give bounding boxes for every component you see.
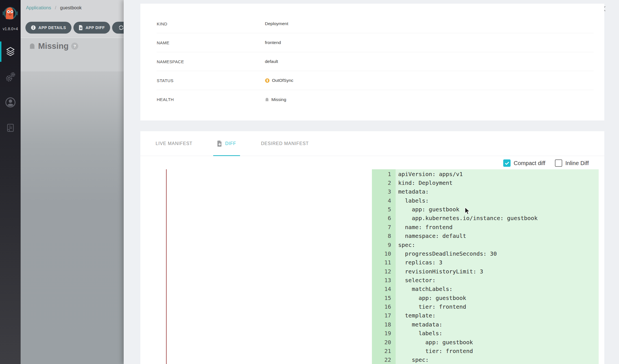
line-text: name: frontend: [396, 224, 453, 231]
line-text: labels:: [396, 330, 443, 337]
line-number: 15: [372, 295, 396, 301]
line-text: namespace: default: [396, 233, 466, 239]
line-number: 1: [372, 171, 396, 177]
checked-checkbox[interactable]: [503, 159, 511, 167]
line-text: apiVersion: apps/v1: [396, 171, 463, 177]
resource-value: Deployment: [265, 21, 288, 26]
diff-line: 10 progressDeadlineSeconds: 30: [372, 249, 599, 258]
line-text: revisionHistoryLimit: 3: [396, 268, 483, 275]
tab-label: DIFF: [225, 141, 236, 146]
sidebar-nav: [0, 41, 21, 143]
app-status-band: Missing ?: [21, 38, 124, 71]
line-number: 22: [372, 356, 396, 363]
line-number: 7: [372, 224, 396, 231]
tab-label: DESIRED MANIFEST: [261, 141, 309, 146]
sidebar-item-settings[interactable]: [0, 67, 21, 87]
app-diff-button[interactable]: APP DIFF: [73, 22, 110, 34]
layers-icon: [5, 46, 16, 57]
line-number: 5: [372, 206, 396, 213]
diff-line: 8 namespace: default: [372, 232, 599, 240]
button-label: APP DIFF: [86, 25, 105, 30]
resource-row-name: NAMEfrontend: [157, 33, 594, 52]
line-text: labels:: [396, 197, 429, 204]
line-text: spec:: [396, 356, 429, 363]
diff-viewer: 1apiVersion: apps/v12kind: Deployment3me…: [140, 169, 599, 364]
line-number: 16: [372, 303, 396, 310]
resource-panel: KINDDeploymentNAMEfrontendNAMESPACEdefau…: [124, 0, 619, 364]
diff-removed-marker: [166, 169, 167, 364]
resource-summary-card: KINDDeploymentNAMEfrontendNAMESPACEdefau…: [140, 4, 604, 120]
diff-options: Compact diffInline Diff: [503, 159, 589, 167]
line-text: replicas: 3: [396, 259, 443, 266]
resource-label: KIND: [157, 21, 265, 26]
diff-line: 21 tier: frontend: [372, 347, 599, 355]
diff-line: 6 app.kubernetes.io/instance: guestbook: [372, 214, 599, 223]
app-health-heading: Missing ?: [29, 41, 78, 51]
line-number: 6: [372, 215, 396, 222]
diff-line: 12 revisionHistoryLimit: 3: [372, 267, 599, 276]
line-text: progressDeadlineSeconds: 30: [396, 250, 497, 257]
line-number: 21: [372, 348, 396, 354]
out-of-sync-icon: [265, 78, 270, 83]
manifest-tabbar: LIVE MANIFESTDIFFDESIRED MANIFEST: [140, 131, 604, 156]
diff-line: 19 labels:: [372, 329, 599, 337]
line-text: spec:: [396, 242, 415, 248]
line-text: template:: [396, 312, 435, 319]
tab-live-manifest[interactable]: LIVE MANIFEST: [152, 131, 196, 156]
ghost-icon: [265, 97, 269, 102]
resource-label: HEALTH: [157, 97, 265, 102]
resource-row-namespace: NAMESPACEdefault: [157, 52, 594, 71]
line-text: app: guestbook: [396, 339, 473, 346]
button-label: APP DETAILS: [38, 25, 66, 30]
argo-octopus-logo: [2, 2, 18, 27]
line-text: selector:: [396, 277, 435, 284]
line-number: 11: [372, 259, 396, 266]
option-inline-diff[interactable]: Inline Diff: [555, 159, 589, 167]
app-toolbar: APP DETAILSAPP DIFF: [25, 22, 124, 34]
resource-row-kind: KINDDeployment: [157, 14, 594, 33]
unchecked-checkbox[interactable]: [555, 159, 562, 167]
resource-value: OutOfSync: [272, 78, 293, 83]
diff-line: 20 app: guestbook: [372, 338, 599, 347]
docs-icon: [5, 122, 16, 133]
diff-line: 2kind: Deployment: [372, 178, 599, 187]
resource-row-health: HEALTHMissing: [157, 90, 594, 109]
top-bar: Applications / guestbook APP DETAILSAPP …: [21, 0, 124, 38]
diff-added-pane: 1apiVersion: apps/v12kind: Deployment3me…: [372, 169, 599, 364]
question-icon[interactable]: ?: [71, 43, 78, 50]
line-number: 10: [372, 250, 396, 257]
line-number: 4: [372, 197, 396, 204]
line-text: matchLabels:: [396, 286, 453, 292]
line-number: 3: [372, 188, 396, 195]
tab-desired-manifest[interactable]: DESIRED MANIFEST: [257, 131, 313, 156]
diff-line: 5 app: guestbook: [372, 205, 599, 214]
diff-line: 17 template:: [372, 311, 599, 320]
sidebar-item-user-info[interactable]: [0, 92, 21, 113]
line-text: kind: Deployment: [396, 179, 453, 186]
diff-line: 16 tier: frontend: [372, 302, 599, 311]
tab-label: LIVE MANIFEST: [156, 141, 192, 146]
line-number: 9: [372, 242, 396, 248]
sync-icon: [118, 25, 124, 30]
diff-line: 4 labels:: [372, 196, 599, 205]
breadcrumb-applications-link[interactable]: Applications: [26, 5, 51, 10]
version-label: v1.8.0+4: [0, 27, 21, 31]
option-label: Inline Diff: [565, 160, 589, 166]
tab-diff[interactable]: DIFF: [213, 131, 240, 156]
sidebar-item-applications[interactable]: [0, 41, 21, 62]
breadcrumb: Applications / guestbook: [26, 5, 82, 10]
sidebar-item-documentation[interactable]: [0, 118, 21, 138]
app-content-dimmed: [21, 71, 124, 364]
option-compact-diff[interactable]: Compact diff: [503, 159, 545, 167]
diff-line: 18 metadata:: [372, 320, 599, 329]
sync-button[interactable]: [112, 22, 124, 34]
file-plus-icon: [217, 141, 222, 147]
diff-line: 13 selector:: [372, 276, 599, 284]
info-icon: [31, 25, 36, 30]
resource-label: STATUS: [157, 78, 265, 83]
diff-line: 7 name: frontend: [372, 223, 599, 231]
line-number: 8: [372, 233, 396, 239]
line-text: app: guestbook: [396, 206, 459, 213]
app-details-button[interactable]: APP DETAILS: [25, 22, 71, 34]
diff-line: 3metadata:: [372, 187, 599, 196]
